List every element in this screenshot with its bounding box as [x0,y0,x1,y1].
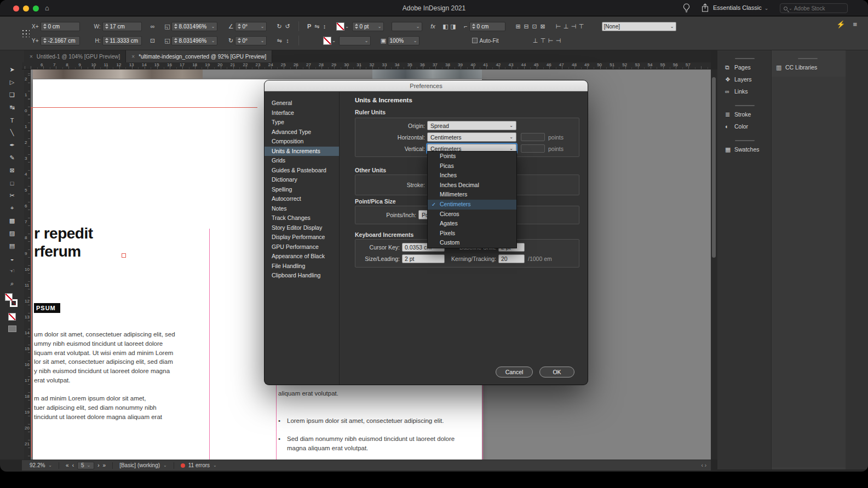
horizontal-ruler[interactable]: 6789101112131415161718192021222324252627… [22,62,711,69]
vertical-ruler[interactable]: 210123456789101112131415161718192021 [24,69,31,460]
tool-button[interactable]: ⊠ [5,164,19,177]
rotation-field[interactable]: 0°⌄ [235,36,267,45]
panel-menu-icon[interactable]: ≡ [853,20,857,28]
preferences-category[interactable]: Composition [265,137,339,147]
flip-h-icon[interactable]: ⇋ [275,37,284,44]
corner-radius-field[interactable]: 0 cm [469,22,505,31]
preferences-category[interactable]: Type [265,118,339,127]
paragraph-style-icon[interactable]: P [306,23,313,30]
tool-button[interactable]: ✒ [5,139,19,152]
panel-button[interactable]: ≣ Stroke [721,108,771,120]
preferences-category[interactable]: Story Editor Display [265,223,339,233]
photo-thumbnail[interactable] [372,69,482,79]
first-spread-button[interactable]: « [66,462,69,468]
x-position-field[interactable]: 0 cm [41,22,80,31]
lightbulb-icon[interactable] [682,3,691,15]
units-menu-item[interactable]: Centimeters [428,200,516,210]
tool-button[interactable]: ▤ [5,240,19,252]
align-right-icon[interactable]: ⊣ [570,23,578,30]
tool-button[interactable]: ⌖ [5,202,19,214]
size-leading-field[interactable]: 2 pt [402,254,445,263]
align-top-icon[interactable]: ⊤ [578,23,585,30]
tool-button[interactable]: ↹ [5,101,19,114]
flip-vertical-icon[interactable]: ↕ [321,23,329,30]
tint-dropdown[interactable]: ⌄ [339,36,371,45]
preferences-category[interactable]: General [265,98,339,108]
next-spread-button[interactable]: › [97,462,99,468]
cancel-button[interactable]: Cancel [496,367,533,377]
preferences-category[interactable]: Spelling [265,185,339,195]
tool-button[interactable]: ✂ [5,189,19,202]
tool-button[interactable]: ◒ [5,252,19,265]
preflight-errors[interactable]: 11 errors [188,462,210,468]
panel-button[interactable]: ∞ Links [721,85,771,97]
opacity-field[interactable]: 100%⌄ [388,36,419,45]
document-tab[interactable]: × *ultimate-indesign_converted @ 92% [GP… [126,50,272,62]
y-position-field[interactable]: -2.1667 cm [41,36,80,45]
last-spread-button[interactable]: » [103,462,106,468]
stroke-color-swatch[interactable] [336,22,344,31]
distribute-3-icon[interactable]: ⊢ [547,37,555,44]
shear-field[interactable]: 0°⌄ [235,22,267,31]
tool-button[interactable]: ❏ [5,89,19,101]
preferences-category[interactable]: Appearance of Black [265,252,339,262]
close-tab-icon[interactable]: × [30,54,33,60]
panel-button[interactable]: ❖ Layers [721,73,771,85]
fit-proportional-icon[interactable]: ⊠ [539,23,547,30]
fill-color-swatch[interactable] [323,37,331,45]
distribute-1-icon[interactable]: ⊥ [532,37,539,44]
fit-frame-icon[interactable]: ⊟ [522,23,531,30]
preferences-category[interactable]: Interface [265,108,339,118]
fit-content-icon[interactable]: ⊞ [514,23,522,30]
cc-libraries-header[interactable]: ▥ CC Libraries [772,58,846,73]
units-menu-item[interactable]: Picas [428,161,516,171]
tool-button[interactable]: ╲ [5,126,19,139]
fill-swatch[interactable] [5,293,13,301]
tool-button[interactable]: ▨ [5,227,19,240]
effects-icon[interactable]: fx [429,23,438,30]
horizontal-units-dropdown[interactable]: Centimeters ⌄ [427,132,516,142]
zoom-level[interactable]: 92.2% [30,462,45,468]
fill-stroke-swatch-widget[interactable] [5,293,19,309]
preferences-category[interactable]: Grids [265,156,339,166]
origin-dropdown[interactable]: Spread ⌄ [427,121,516,130]
workspace-switcher[interactable]: Essentials Classic⌄ [713,4,768,11]
units-menu-item[interactable]: Millimeters [428,190,516,200]
preferences-category[interactable]: Clipboard Handling [265,271,339,281]
lock-icon[interactable]: ⊡ [148,37,157,44]
tool-button[interactable]: □ [5,177,19,189]
rotate-ccw-icon[interactable]: ↺ [284,23,292,30]
fill-frame-icon[interactable]: ⊡ [531,23,539,30]
tool-button[interactable]: ☜ [5,265,19,277]
share-icon[interactable] [701,3,709,15]
flip-horizontal-icon[interactable]: ⇋ [313,23,321,30]
autofit-checkbox[interactable] [472,38,478,43]
tool-button[interactable]: ▷ [5,76,19,89]
vertical-scrollbar[interactable] [711,69,717,460]
preferences-category[interactable]: Display Performance [265,233,339,242]
units-menu-item[interactable]: Inches Decimal [428,181,516,190]
tool-button[interactable]: ✎ [5,152,19,164]
units-menu-item[interactable]: Ciceros [428,210,516,219]
preferences-category[interactable]: Guides & Pasteboard [265,166,339,176]
scale-y-field[interactable]: 8.031496%⌄ [171,36,217,45]
units-menu-item[interactable]: Points [428,152,516,161]
distribute-2-icon[interactable]: ⊤ [539,37,547,44]
preferences-category[interactable]: Dictionary [265,175,339,185]
preferences-category[interactable]: GPU Performance [265,242,339,252]
tool-button[interactable]: ▩ [5,214,19,227]
page-number-field[interactable]: 5 ⌄ [77,462,94,469]
panel-button[interactable]: ⧉ Pages [721,61,771,73]
preferences-category[interactable]: Units & Increments [265,147,339,156]
preferences-category[interactable]: Autocorrect [265,194,339,204]
preferences-category[interactable]: Notes [265,204,339,214]
distribute-4-icon[interactable]: ⊣ [555,37,562,44]
units-menu-item[interactable]: Inches [428,171,516,181]
previous-spread-button[interactable]: ‹ [72,462,74,468]
ok-button[interactable]: OK [539,367,574,377]
chevron-down-icon[interactable]: ⌄ [48,463,52,468]
rotate-cw-icon[interactable]: ↻ [275,23,284,30]
dialog-title[interactable]: Preferences [265,80,588,91]
constrain-proportions-icon[interactable]: ∞ [148,23,157,30]
units-menu-item[interactable]: Custom [428,238,516,248]
